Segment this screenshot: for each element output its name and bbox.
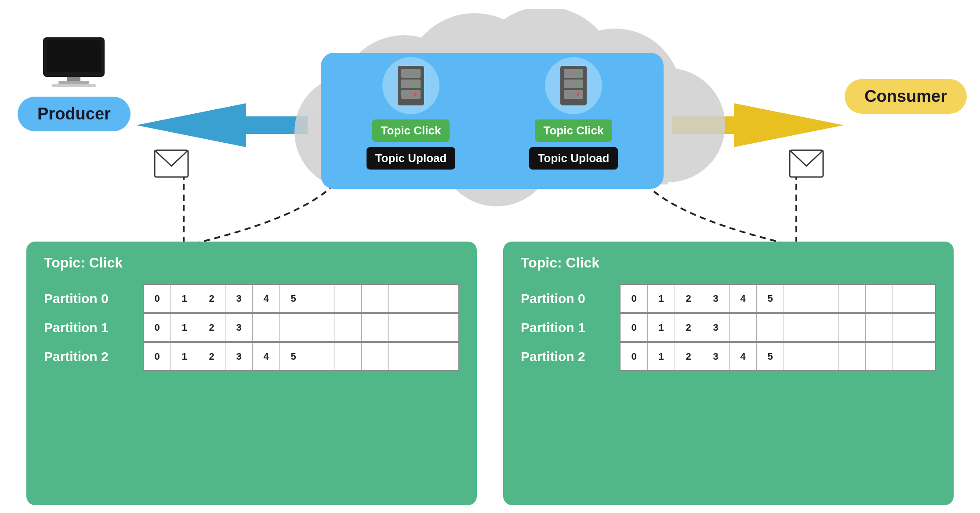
mail-icon-left xyxy=(154,149,189,180)
partition-label-1-1: Partition 1 xyxy=(521,320,609,335)
cell-1-0-3: 3 xyxy=(702,285,730,312)
cell-1-1-2: 2 xyxy=(675,314,702,341)
partition-label-1-2: Partition 2 xyxy=(521,349,609,364)
consumer-area: Consumer xyxy=(845,79,967,114)
partition-cells-1-2: 012345 xyxy=(620,342,936,371)
cell-0-0-6 xyxy=(307,285,334,312)
cell-1-0-4: 4 xyxy=(730,285,757,312)
partition-row-0-2: Partition 2012345 xyxy=(44,342,459,371)
cell-0-2-6 xyxy=(307,343,334,370)
cell-0-0-9 xyxy=(389,285,416,312)
broker-node-2: Topic Click Topic Upload xyxy=(497,57,650,170)
cell-1-1-0: 0 xyxy=(621,314,648,341)
cell-0-2-3: 3 xyxy=(225,343,253,370)
server-icon-2 xyxy=(545,57,602,114)
cell-1-1-3: 3 xyxy=(702,314,730,341)
bottom-section: Topic: Click Partition 0012345Partition … xyxy=(0,242,980,505)
cell-0-1-8 xyxy=(362,314,389,341)
topic-upload-label-2: Topic Upload xyxy=(529,147,618,170)
topic-title-1: Topic: Click xyxy=(44,255,459,271)
svg-rect-4 xyxy=(52,84,96,87)
cell-1-1-10 xyxy=(893,314,920,341)
cell-1-2-3: 3 xyxy=(702,343,730,370)
partition-label-0-0: Partition 0 xyxy=(44,291,132,306)
partition-table-1: Topic: Click Partition 0012345Partition … xyxy=(26,242,477,505)
cell-0-1-10 xyxy=(416,314,443,341)
cell-1-1-6 xyxy=(784,314,811,341)
cell-0-0-1: 1 xyxy=(171,285,198,312)
cell-0-1-5 xyxy=(280,314,307,341)
partition-row-1-0: Partition 0012345 xyxy=(521,284,936,313)
partitions-group-1: Partition 0012345Partition 10123Partitio… xyxy=(44,284,459,371)
partition-label-1-0: Partition 0 xyxy=(521,291,609,306)
partition-label-0-2: Partition 2 xyxy=(44,349,132,364)
topic-click-label-1: Topic Click xyxy=(372,119,450,142)
cell-1-2-4: 4 xyxy=(730,343,757,370)
cell-1-2-10 xyxy=(893,343,920,370)
cell-0-0-0: 0 xyxy=(144,285,171,312)
cell-1-0-5: 5 xyxy=(757,285,784,312)
cell-1-0-10 xyxy=(893,285,920,312)
cell-0-1-9 xyxy=(389,314,416,341)
cell-1-0-8 xyxy=(838,285,866,312)
svg-rect-17 xyxy=(401,90,421,99)
svg-point-19 xyxy=(414,83,417,85)
partition-cells-0-2: 012345 xyxy=(143,342,459,371)
svg-rect-24 xyxy=(564,90,583,99)
partition-cells-1-0: 012345 xyxy=(620,284,936,313)
cloud-area: Topic Click Topic Upload Topic xyxy=(264,9,730,220)
cell-1-2-9 xyxy=(866,343,893,370)
cell-0-1-1: 1 xyxy=(171,314,198,341)
cell-1-2-6 xyxy=(784,343,811,370)
partition-row-1-1: Partition 10123 xyxy=(521,313,936,342)
cell-1-2-8 xyxy=(838,343,866,370)
diagram-container: Producer xyxy=(0,0,980,513)
cell-1-2-7 xyxy=(811,343,838,370)
cell-0-0-7 xyxy=(334,285,362,312)
cell-0-0-2: 2 xyxy=(198,285,225,312)
cell-1-2-1: 1 xyxy=(648,343,675,370)
partition-cells-0-0: 012345 xyxy=(143,284,459,313)
cell-1-2-2: 2 xyxy=(675,343,702,370)
cell-0-0-10 xyxy=(416,285,443,312)
cell-0-2-4: 4 xyxy=(253,343,280,370)
cell-1-0-6 xyxy=(784,285,811,312)
svg-point-26 xyxy=(577,83,579,85)
cell-1-0-1: 1 xyxy=(648,285,675,312)
topic-title-2: Topic: Click xyxy=(521,255,936,271)
cell-0-1-6 xyxy=(307,314,334,341)
cell-0-2-10 xyxy=(416,343,443,370)
svg-rect-16 xyxy=(401,79,421,88)
cell-0-2-7 xyxy=(334,343,362,370)
cell-1-1-4 xyxy=(730,314,757,341)
svg-rect-2 xyxy=(67,77,80,81)
partition-label-0-1: Partition 1 xyxy=(44,320,132,335)
cell-1-2-0: 0 xyxy=(621,343,648,370)
cell-0-2-1: 1 xyxy=(171,343,198,370)
svg-rect-1 xyxy=(47,40,101,72)
partition-cells-0-1: 0123 xyxy=(143,313,459,342)
cell-0-1-4 xyxy=(253,314,280,341)
server-icon-1 xyxy=(382,57,439,114)
svg-rect-23 xyxy=(564,79,583,88)
cell-1-1-7 xyxy=(811,314,838,341)
svg-rect-22 xyxy=(564,69,583,78)
svg-point-25 xyxy=(577,72,579,75)
cell-1-1-1: 1 xyxy=(648,314,675,341)
partition-row-0-0: Partition 0012345 xyxy=(44,284,459,313)
broker-box: Topic Click Topic Upload Topic xyxy=(321,53,664,189)
cell-0-2-9 xyxy=(389,343,416,370)
cell-0-0-4: 4 xyxy=(253,285,280,312)
partition-cells-1-1: 0123 xyxy=(620,313,936,342)
cell-0-1-7 xyxy=(334,314,362,341)
topic-click-label-2: Topic Click xyxy=(535,119,613,142)
cell-0-2-2: 2 xyxy=(198,343,225,370)
partition-row-1-2: Partition 2012345 xyxy=(521,342,936,371)
topic-upload-label-1: Topic Upload xyxy=(367,147,456,170)
producer-label: Producer xyxy=(18,97,131,131)
cell-0-0-5: 5 xyxy=(280,285,307,312)
svg-point-18 xyxy=(414,72,417,75)
cell-1-0-9 xyxy=(866,285,893,312)
svg-point-20 xyxy=(414,93,417,96)
cell-1-1-9 xyxy=(866,314,893,341)
